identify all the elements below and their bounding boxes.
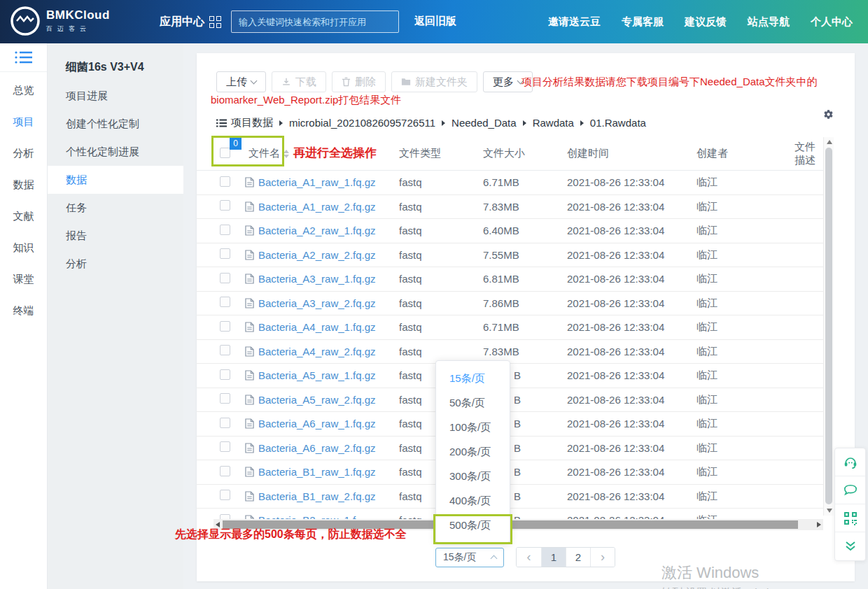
file-creator: 临江: [696, 345, 794, 358]
row-checkbox[interactable]: [220, 466, 230, 476]
pagination: ‹12›: [516, 547, 615, 567]
rail-item-项目[interactable]: 项目: [0, 108, 47, 135]
row-checkbox[interactable]: [220, 393, 230, 404]
page-size-select[interactable]: 15条/页: [435, 548, 504, 567]
new-folder-button[interactable]: 新建文件夹: [391, 71, 477, 92]
sidebar-item-任务[interactable]: 任务: [48, 194, 183, 222]
breadcrumb-item[interactable]: Needed_Data: [451, 117, 517, 129]
column-header-filename[interactable]: 文件名: [245, 147, 289, 160]
page-size-option[interactable]: 400条/页: [436, 488, 510, 513]
file-link[interactable]: Bacteria_A2_raw_1.fq.gz: [258, 225, 376, 236]
rail-item-数据[interactable]: 数据: [0, 171, 47, 198]
header-link[interactable]: 专属客服: [622, 15, 664, 29]
file-link[interactable]: Bacteria_A5_raw_2.fq.gz: [258, 394, 376, 406]
search-input[interactable]: [231, 10, 399, 33]
file-name-cell: Bacteria_A6_raw_1.fq.gz: [245, 418, 399, 430]
file-type: fastq: [399, 225, 483, 236]
vertical-scrollbar-thumb[interactable]: [825, 148, 832, 504]
file-link[interactable]: Bacteria_A1_raw_1.fq.gz: [258, 176, 376, 188]
menu-icon[interactable]: [0, 43, 47, 72]
header-link[interactable]: 建议反馈: [685, 15, 727, 29]
pagination-page[interactable]: 1: [541, 548, 566, 567]
page-size-option[interactable]: 300条/页: [436, 464, 510, 488]
sidebar-item-个性化定制进展[interactable]: 个性化定制进展: [48, 138, 183, 166]
app-center-button[interactable]: 应用中心: [160, 0, 221, 43]
file-name-cell: Bacteria_A1_raw_1.fq.gz: [245, 176, 399, 188]
file-link[interactable]: Bacteria_B2_raw_1.f: [258, 514, 356, 519]
page-size-option[interactable]: 200条/页: [436, 439, 510, 464]
sidebar-item-项目进展[interactable]: 项目进展: [48, 82, 183, 110]
page-size-option[interactable]: 100条/页: [436, 415, 510, 439]
page-size-option[interactable]: 50条/页: [436, 390, 510, 415]
gear-icon[interactable]: [823, 109, 834, 122]
rail-item-终端[interactable]: 终端: [0, 297, 47, 324]
customer-service-button[interactable]: [835, 448, 865, 476]
qrcode-button[interactable]: [835, 504, 865, 532]
breadcrumb-root[interactable]: 项目数据: [216, 116, 273, 129]
breadcrumb-item[interactable]: Rawdata: [533, 117, 574, 129]
file-link[interactable]: Bacteria_A6_raw_1.fq.gz: [258, 418, 376, 430]
file-creator: 临江: [696, 320, 794, 334]
header-link[interactable]: 个人中心: [811, 15, 853, 29]
sidebar-item-分析[interactable]: 分析: [48, 250, 183, 278]
header-link[interactable]: 站点导航: [748, 15, 790, 29]
app-grid-icon: [209, 16, 221, 28]
row-checkbox[interactable]: [220, 441, 230, 452]
file-link[interactable]: Bacteria_B1_raw_1.fq.gz: [258, 466, 376, 478]
row-checkbox[interactable]: [220, 225, 230, 235]
row-checkbox[interactable]: [220, 514, 230, 519]
file-link[interactable]: Bacteria_B1_raw_2.fq.gz: [258, 490, 376, 502]
pagination-prev[interactable]: ‹: [517, 548, 541, 567]
page-size-option[interactable]: 500条/页: [436, 513, 510, 537]
file-link[interactable]: Bacteria_A5_raw_1.fq.gz: [258, 369, 376, 381]
scroll-up-icon[interactable]: [827, 140, 832, 144]
row-checkbox[interactable]: [220, 418, 230, 428]
pagination-next[interactable]: ›: [590, 548, 615, 567]
file-link[interactable]: Bacteria_A1_raw_2.fq.gz: [258, 201, 376, 213]
pagination-page[interactable]: 2: [566, 548, 590, 567]
page-size-option[interactable]: 15条/页: [436, 366, 510, 390]
breadcrumb-item[interactable]: 01.Rawdata: [590, 117, 646, 129]
table-row: Bacteria_A3_raw_1.fq.gzfastq6.81MB2021-0…: [197, 267, 823, 292]
row-checkbox[interactable]: [220, 345, 230, 355]
collapse-button[interactable]: [835, 532, 865, 560]
download-button[interactable]: 下载: [272, 71, 326, 92]
rail-item-文献[interactable]: 文献: [0, 203, 47, 229]
file-link[interactable]: Bacteria_A6_raw_2.fq.gz: [258, 442, 376, 454]
feedback-chat-button[interactable]: [835, 476, 865, 504]
file-link[interactable]: Bacteria_A3_raw_1.fq.gz: [258, 273, 376, 285]
project-title: 细菌16s V3+V4: [48, 43, 183, 82]
delete-button[interactable]: 删除: [332, 71, 386, 92]
rail-item-课堂[interactable]: 课堂: [0, 266, 47, 292]
file-link[interactable]: Bacteria_A3_raw_2.fq.gz: [258, 297, 376, 309]
header-link[interactable]: 邀请送云豆: [548, 15, 601, 29]
row-checkbox[interactable]: [220, 297, 230, 307]
scroll-left-icon[interactable]: [216, 522, 220, 527]
row-checkbox[interactable]: [220, 321, 230, 332]
rail-item-分析[interactable]: 分析: [0, 140, 47, 166]
file-name-cell: Bacteria_A3_raw_1.fq.gz: [245, 273, 399, 285]
vertical-scrollbar[interactable]: [823, 137, 834, 516]
back-old-version-link[interactable]: 返回旧版: [414, 15, 456, 28]
row-checkbox[interactable]: [220, 176, 230, 187]
row-checkbox[interactable]: [220, 490, 230, 500]
scroll-right-icon[interactable]: [817, 522, 821, 527]
row-checkbox[interactable]: [220, 200, 230, 211]
rail-item-总览[interactable]: 总览: [0, 77, 47, 104]
sidebar-item-数据[interactable]: 数据: [48, 166, 183, 194]
select-all-checkbox[interactable]: [220, 148, 230, 158]
column-header-description: 文件描述: [794, 141, 823, 167]
sidebar-item-报告[interactable]: 报告: [48, 222, 183, 250]
row-checkbox[interactable]: [220, 369, 230, 380]
upload-button[interactable]: 上传: [216, 71, 266, 92]
file-link[interactable]: Bacteria_A4_raw_2.fq.gz: [258, 346, 376, 357]
logo[interactable]: BMKCloud 百迈客云: [10, 6, 110, 36]
rail-item-知识[interactable]: 知识: [0, 234, 47, 261]
row-checkbox[interactable]: [220, 248, 230, 259]
scroll-down-icon[interactable]: [827, 509, 832, 513]
breadcrumb-item[interactable]: microbial_20210826095726511: [289, 117, 435, 129]
sidebar-item-创建个性化定制[interactable]: 创建个性化定制: [48, 110, 183, 138]
row-checkbox[interactable]: [220, 273, 230, 283]
file-link[interactable]: Bacteria_A4_raw_1.fq.gz: [258, 321, 376, 333]
file-link[interactable]: Bacteria_A2_raw_2.fq.gz: [258, 249, 376, 261]
